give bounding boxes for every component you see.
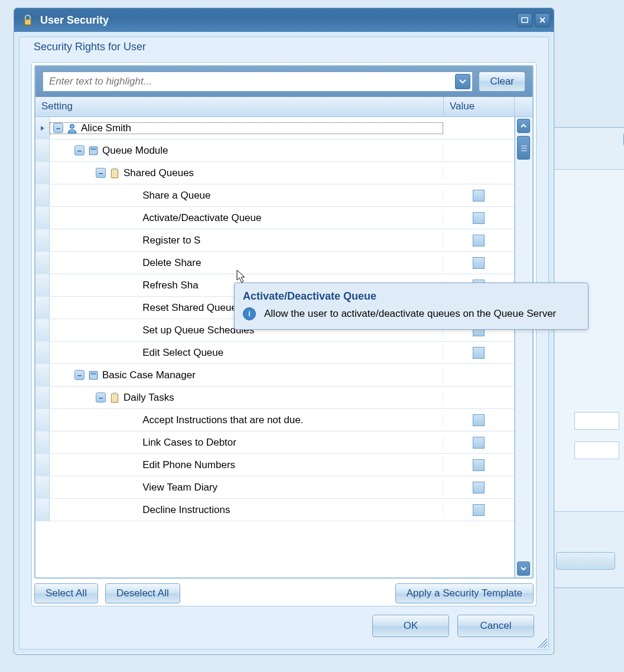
- maximize-button[interactable]: [517, 13, 532, 27]
- background-panel: [544, 169, 624, 512]
- minus-icon[interactable]: –: [96, 168, 106, 178]
- value-cell: [443, 190, 514, 202]
- permission-checkbox[interactable]: [473, 347, 485, 359]
- clear-button[interactable]: Clear: [479, 72, 525, 92]
- background-input: [574, 441, 619, 459]
- svg-rect-10: [113, 392, 117, 394]
- column-value[interactable]: Value: [444, 97, 515, 116]
- row-indicator: [35, 454, 50, 476]
- search-bar: Clear: [35, 66, 532, 97]
- table-row[interactable]: Delete Share: [35, 252, 514, 274]
- setting-cell: Link Cases to Debtor: [50, 437, 443, 449]
- permission-checkbox[interactable]: [473, 459, 485, 471]
- search-combo[interactable]: [43, 72, 473, 92]
- client-area: Security Rights for User Clear Setting V…: [19, 37, 549, 650]
- svg-rect-8: [91, 372, 96, 374]
- table-row[interactable]: –Alice Smith: [35, 117, 514, 139]
- svg-rect-6: [113, 168, 117, 170]
- permission-checkbox[interactable]: [473, 257, 485, 269]
- apply-template-button[interactable]: Apply a Security Template: [395, 583, 534, 603]
- row-indicator: [35, 387, 50, 408]
- scroll-thumb[interactable]: [517, 136, 530, 160]
- value-cell: [443, 257, 514, 269]
- setting-label: Refresh Sha: [142, 280, 199, 291]
- setting-label: Basic Case Manager: [102, 369, 196, 381]
- setting-label: Daily Tasks: [124, 392, 174, 404]
- table-row[interactable]: Activate/Deactivate Queue: [35, 207, 514, 229]
- table-row[interactable]: –Shared Queues: [35, 162, 514, 184]
- clipboard-icon: [109, 392, 120, 403]
- setting-label: View Team Diary: [142, 482, 217, 494]
- permission-checkbox[interactable]: [473, 235, 485, 246]
- value-cell: [443, 482, 514, 494]
- setting-cell: –Basic Case Manager: [50, 369, 443, 381]
- minus-icon[interactable]: –: [53, 123, 63, 133]
- value-cell: [443, 414, 514, 426]
- table-row[interactable]: Decline Instructions: [35, 499, 514, 521]
- cancel-button[interactable]: Cancel: [457, 615, 534, 637]
- table-row[interactable]: Edit Phone Numbers: [35, 454, 514, 476]
- permission-checkbox[interactable]: [473, 414, 485, 426]
- info-icon: i: [243, 307, 256, 320]
- setting-label: Queue Module: [102, 145, 168, 157]
- svg-rect-7: [89, 371, 98, 379]
- setting-cell: Delete Share: [50, 257, 443, 269]
- permission-checkbox[interactable]: [473, 212, 485, 224]
- svg-rect-3: [89, 147, 98, 155]
- row-indicator: [35, 342, 50, 363]
- scroll-down-button[interactable]: [517, 561, 530, 576]
- table-row[interactable]: Edit Select Queue: [35, 342, 514, 364]
- scroll-up-button[interactable]: [517, 119, 530, 133]
- minus-icon[interactable]: –: [96, 392, 106, 402]
- setting-label: Edit Phone Numbers: [142, 459, 235, 471]
- setting-cell: Register to S: [50, 235, 443, 246]
- value-cell: [443, 504, 514, 516]
- setting-cell: –Daily Tasks: [50, 392, 443, 404]
- permission-checkbox[interactable]: [473, 482, 485, 494]
- cursor-icon: [236, 270, 248, 285]
- svg-rect-9: [111, 394, 118, 402]
- deselect-all-button[interactable]: Deselect All: [105, 583, 180, 603]
- row-indicator: [35, 162, 50, 184]
- select-all-button[interactable]: Select All: [34, 583, 98, 603]
- permission-checkbox[interactable]: [473, 190, 485, 202]
- table-row[interactable]: Accept Instructions that are not due.: [35, 409, 514, 431]
- setting-cell: Decline Instructions: [50, 504, 443, 516]
- setting-cell: Accept Instructions that are not due.: [50, 414, 443, 426]
- person-icon: [67, 123, 77, 134]
- table-row[interactable]: Link Cases to Debtor: [35, 431, 514, 454]
- setting-label: Decline Instructions: [142, 504, 230, 516]
- column-setting[interactable]: Setting: [35, 97, 444, 116]
- setting-cell: –Queue Module: [50, 145, 443, 157]
- tooltip-body: Allow the user to activate/deactivate qu…: [264, 307, 578, 321]
- setting-cell: View Team Diary: [50, 482, 443, 494]
- close-button[interactable]: [535, 13, 550, 27]
- row-indicator: [35, 229, 50, 251]
- table-row[interactable]: –Daily Tasks: [35, 387, 514, 409]
- minus-icon[interactable]: –: [74, 145, 84, 155]
- table-row[interactable]: Share a Queue: [35, 184, 514, 207]
- value-cell: [443, 437, 514, 449]
- resize-grip[interactable]: [538, 638, 547, 648]
- table-row[interactable]: –Queue Module: [35, 139, 514, 162]
- tooltip: Activate/Deactivate Queue i Allow the us…: [234, 283, 589, 330]
- titlebar[interactable]: User Security: [14, 8, 554, 32]
- permission-checkbox[interactable]: [473, 504, 485, 516]
- ok-button[interactable]: OK: [372, 615, 449, 637]
- table-row[interactable]: View Team Diary: [35, 476, 514, 499]
- vertical-scrollbar[interactable]: [515, 117, 532, 577]
- table-row[interactable]: –Basic Case Manager: [35, 364, 514, 387]
- tooltip-title: Activate/Deactivate Queue: [243, 290, 578, 303]
- table-row[interactable]: Register to S: [35, 229, 514, 252]
- row-indicator: [35, 364, 50, 386]
- setting-label: Accept Instructions that are not due.: [142, 414, 303, 426]
- user-security-window: User Security Security Rights for User C…: [14, 8, 554, 655]
- permission-checkbox[interactable]: [473, 437, 485, 449]
- minus-icon[interactable]: –: [74, 370, 84, 380]
- setting-cell: Edit Select Queue: [50, 347, 443, 359]
- groupbox-title: Security Rights for User: [31, 41, 148, 53]
- search-input[interactable]: [43, 76, 453, 87]
- chevron-down-icon[interactable]: [455, 74, 470, 89]
- value-cell: [443, 347, 514, 359]
- setting-label: Activate/Deactivate Queue: [142, 212, 261, 224]
